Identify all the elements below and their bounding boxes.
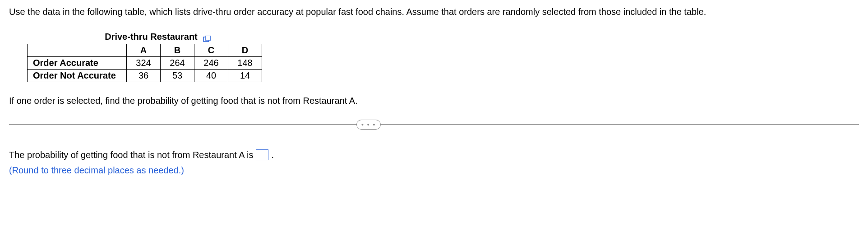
table-title: Drive-thru Restaurant (105, 32, 198, 42)
divider-line (9, 124, 859, 125)
col-header-b: B (161, 44, 194, 57)
cell: 246 (194, 57, 228, 70)
answer-prefix: The probability of getting food that is … (9, 147, 253, 163)
problem-intro: Use the data in the following table, whi… (9, 5, 859, 18)
expand-table-icon[interactable] (203, 34, 211, 40)
row-label-not-accurate: Order Not Accurate (28, 70, 127, 82)
cell: 264 (161, 57, 194, 70)
answer-section: The probability of getting food that is … (9, 147, 859, 178)
cell: 324 (127, 57, 161, 70)
question-prompt: If one order is selected, find the proba… (9, 96, 859, 106)
table-row: Order Not Accurate 36 53 40 14 (28, 70, 262, 82)
col-header-a: A (127, 44, 161, 57)
col-header-c: C (194, 44, 228, 57)
cell: 40 (194, 70, 228, 82)
data-table-wrapper: Drive-thru Restaurant A B C D Order Accu… (27, 32, 859, 82)
answer-suffix: . (271, 147, 274, 163)
cell: 148 (228, 57, 262, 70)
expand-hint-button[interactable]: • • • (356, 120, 381, 130)
table-title-row: Drive-thru Restaurant (27, 32, 289, 42)
table-row: Order Accurate 324 264 246 148 (28, 57, 262, 70)
cell: 53 (161, 70, 194, 82)
svg-rect-1 (205, 36, 211, 40)
cell: 36 (127, 70, 161, 82)
col-header-d: D (228, 44, 262, 57)
row-label-accurate: Order Accurate (28, 57, 127, 70)
data-table: A B C D Order Accurate 324 264 246 148 O… (27, 44, 262, 82)
table-corner-cell (28, 44, 127, 57)
answer-input[interactable] (256, 149, 268, 160)
section-divider: • • • (9, 124, 859, 125)
cell: 14 (228, 70, 262, 82)
rounding-hint: (Round to three decimal places as needed… (9, 163, 859, 178)
